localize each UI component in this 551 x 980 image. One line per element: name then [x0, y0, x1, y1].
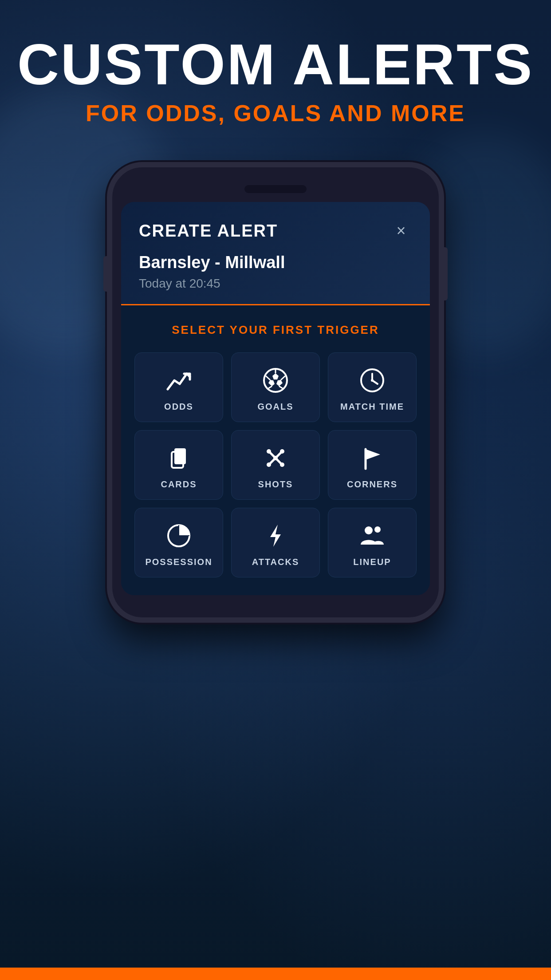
trigger-item-corners[interactable]: CORNERS: [328, 430, 417, 500]
svg-marker-28: [270, 525, 281, 547]
cards-label: CARDS: [161, 479, 197, 490]
dialog-title: CREATE ALERT: [139, 221, 278, 241]
svg-point-19: [273, 456, 278, 460]
match-time-label: MATCH TIME: [340, 402, 404, 412]
match-time: Today at 20:45: [139, 277, 412, 291]
trigger-label: SELECT YOUR FIRST TRIGGER: [134, 323, 417, 337]
main-title: CUSTOM ALERTS: [0, 36, 551, 93]
trigger-item-shots[interactable]: SHOTS: [231, 430, 320, 500]
svg-rect-13: [174, 448, 186, 464]
trigger-item-lineup[interactable]: LINEUP: [328, 508, 417, 577]
svg-line-6: [281, 376, 285, 380]
trigger-item-attacks[interactable]: ATTACKS: [231, 508, 320, 577]
svg-point-21: [280, 449, 284, 454]
dialog-header: CREATE ALERT × Barnsley - Millwall Today…: [121, 202, 430, 305]
lightning-icon: [262, 522, 289, 549]
svg-line-5: [266, 376, 270, 380]
phone-container: CREATE ALERT × Barnsley - Millwall Today…: [107, 162, 444, 623]
card-icon: [165, 445, 192, 471]
svg-point-22: [267, 462, 271, 467]
trigger-item-cards[interactable]: CARDS: [134, 430, 223, 500]
svg-point-30: [374, 526, 381, 533]
create-alert-dialog: CREATE ALERT × Barnsley - Millwall Today…: [121, 202, 430, 595]
flag-icon: [359, 445, 386, 471]
svg-line-8: [279, 386, 283, 388]
lineup-label: LINEUP: [353, 557, 391, 567]
soccer-icon: [262, 367, 289, 394]
bottom-accent-bar: [0, 968, 551, 980]
trigger-item-match-time[interactable]: MATCH TIME: [328, 352, 417, 422]
people-icon: [359, 522, 386, 549]
clock-icon: [359, 367, 386, 394]
trigger-grid: ODDS: [134, 352, 417, 577]
trigger-item-possession[interactable]: POSSESSION: [134, 508, 223, 577]
phone-shell: CREATE ALERT × Barnsley - Millwall Today…: [107, 162, 444, 623]
trigger-item-odds[interactable]: ODDS: [134, 352, 223, 422]
match-name: Barnsley - Millwall: [139, 253, 412, 272]
corners-label: CORNERS: [347, 479, 398, 490]
dialog-body: SELECT YOUR FIRST TRIGGER ODDS: [121, 305, 430, 595]
shots-label: SHOTS: [258, 479, 293, 490]
header-section: CUSTOM ALERTS FOR ODDS, GOALS AND MORE: [0, 0, 551, 126]
shots-icon: [262, 445, 289, 471]
svg-point-29: [365, 526, 373, 534]
svg-point-20: [267, 449, 271, 454]
svg-point-12: [371, 379, 374, 382]
svg-marker-1: [272, 373, 279, 379]
svg-line-7: [268, 386, 272, 388]
odds-label: ODDS: [164, 402, 193, 412]
svg-point-23: [280, 462, 284, 467]
trigger-item-goals[interactable]: GOALS: [231, 352, 320, 422]
close-button[interactable]: ×: [390, 220, 412, 242]
attacks-label: ATTACKS: [252, 557, 299, 567]
phone-speaker: [244, 185, 307, 193]
main-content: CUSTOM ALERTS FOR ODDS, GOALS AND MORE C…: [0, 0, 551, 980]
goals-label: GOALS: [257, 402, 293, 412]
svg-marker-2: [268, 380, 275, 386]
pie-icon: [165, 522, 192, 549]
svg-marker-3: [276, 380, 283, 386]
sub-title: FOR ODDS, GOALS AND MORE: [0, 100, 551, 126]
possession-label: POSSESSION: [145, 557, 212, 567]
dialog-title-row: CREATE ALERT ×: [139, 220, 412, 242]
trend-icon: [165, 367, 192, 394]
